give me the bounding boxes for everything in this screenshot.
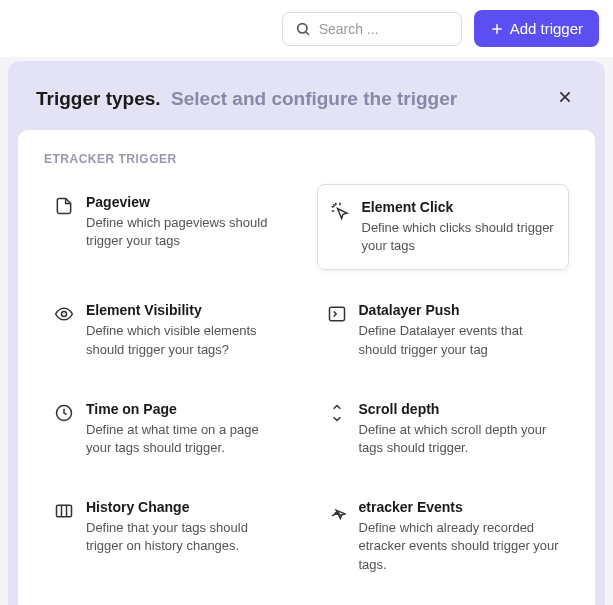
svg-line-1 — [306, 32, 309, 35]
columns-icon — [54, 501, 74, 521]
card-desc: Define at what time on a page your tags … — [86, 421, 287, 457]
trigger-card-terminal[interactable]: Datalayer PushDefine Datalayer events th… — [317, 292, 570, 368]
trigger-types-modal: Trigger types. Select and configure the … — [8, 61, 605, 605]
card-desc: Define Datalayer events that should trig… — [359, 322, 560, 358]
card-title: Scroll depth — [359, 401, 560, 417]
trigger-grid: PageviewDefine which pageviews should tr… — [44, 184, 569, 605]
section-label: ETRACKER TRIGGER — [44, 152, 569, 166]
search-input[interactable] — [319, 21, 449, 37]
card-text: PageviewDefine which pageviews should tr… — [86, 194, 287, 260]
scroll-icon — [327, 403, 347, 423]
card-desc: Define which visible elements should tri… — [86, 322, 287, 358]
trigger-card-click[interactable]: Element ClickDefine which clicks should … — [317, 184, 570, 270]
clock-icon — [54, 403, 74, 423]
close-button[interactable] — [553, 85, 577, 112]
broadcast-icon — [327, 501, 347, 521]
card-text: History ChangeDefine that your tags shou… — [86, 499, 287, 574]
card-desc: Define at which scroll depth your tags s… — [359, 421, 560, 457]
card-title: Element Visibility — [86, 302, 287, 318]
search-icon — [295, 21, 311, 37]
modal-heading: Trigger types. Select and configure the … — [36, 88, 457, 110]
trigger-card-scroll[interactable]: Scroll depthDefine at which scroll depth… — [317, 391, 570, 467]
modal-header: Trigger types. Select and configure the … — [18, 71, 595, 130]
add-trigger-button[interactable]: Add trigger — [474, 10, 599, 47]
modal-title: Trigger types. — [36, 88, 161, 109]
trigger-card-clock[interactable]: Time on PageDefine at what time on a pag… — [44, 391, 297, 467]
modal-subtitle: Select and configure the trigger — [171, 88, 457, 109]
svg-rect-9 — [57, 505, 72, 517]
pageview-icon — [54, 196, 74, 216]
modal-body: ETRACKER TRIGGER PageviewDefine which pa… — [18, 130, 595, 605]
svg-point-6 — [62, 312, 67, 317]
card-desc: Define that your tags should trigger on … — [86, 519, 287, 555]
trigger-card-eye[interactable]: Element VisibilityDefine which visible e… — [44, 292, 297, 368]
card-title: History Change — [86, 499, 287, 515]
card-title: Datalayer Push — [359, 302, 560, 318]
add-trigger-label: Add trigger — [510, 20, 583, 37]
eye-icon — [54, 304, 74, 324]
card-title: Element Click — [362, 199, 557, 215]
card-text: Element ClickDefine which clicks should … — [362, 199, 557, 255]
card-desc: Define which pageviews should trigger yo… — [86, 214, 287, 250]
click-icon — [330, 201, 350, 221]
card-title: Time on Page — [86, 401, 287, 417]
trigger-card-pageview[interactable]: PageviewDefine which pageviews should tr… — [44, 184, 297, 270]
card-text: Element VisibilityDefine which visible e… — [86, 302, 287, 358]
svg-point-0 — [297, 23, 306, 32]
card-text: etracker EventsDefine which already reco… — [359, 499, 560, 574]
card-text: Scroll depthDefine at which scroll depth… — [359, 401, 560, 457]
trigger-card-columns[interactable]: History ChangeDefine that your tags shou… — [44, 489, 297, 584]
trigger-card-broadcast[interactable]: etracker EventsDefine which already reco… — [317, 489, 570, 584]
search-field[interactable] — [282, 12, 462, 46]
terminal-icon — [327, 304, 347, 324]
card-desc: Define which already recorded etracker e… — [359, 519, 560, 574]
card-title: Pageview — [86, 194, 287, 210]
plus-icon — [490, 22, 504, 36]
close-icon — [557, 89, 573, 105]
card-text: Time on PageDefine at what time on a pag… — [86, 401, 287, 457]
topbar: Add trigger — [0, 0, 613, 57]
card-desc: Define which clicks should trigger your … — [362, 219, 557, 255]
card-text: Datalayer PushDefine Datalayer events th… — [359, 302, 560, 358]
card-title: etracker Events — [359, 499, 560, 515]
